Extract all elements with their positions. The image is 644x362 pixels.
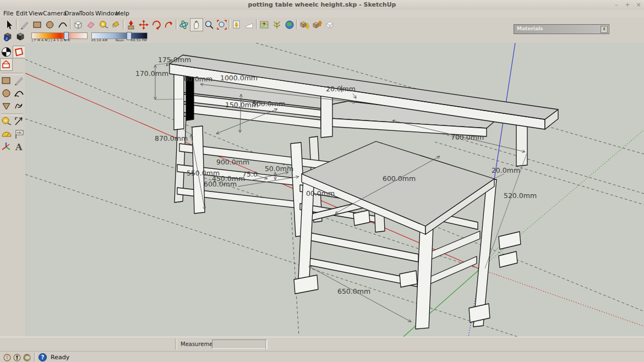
- protractor-icon: [1, 128, 12, 140]
- circle-tool-button[interactable]: [43, 18, 57, 31]
- select-tool-button[interactable]: [2, 18, 15, 31]
- dim-label-20-editing[interactable]: 20.0mm: [326, 85, 356, 93]
- palette-tape-measure-button[interactable]: [1, 116, 12, 127]
- measurements-bar: Measurements: [0, 337, 644, 352]
- move-icon: [138, 19, 149, 30]
- rectangle-tool-button[interactable]: [31, 18, 44, 31]
- palette-text-button[interactable]: ABC: [13, 128, 25, 140]
- menu-help[interactable]: Help: [114, 10, 131, 18]
- move-tool-button[interactable]: [137, 18, 150, 31]
- dim-label-600-top: 600.0mm: [383, 174, 416, 183]
- rotate-tool-button[interactable]: [150, 18, 163, 31]
- month-slider-labels: J F M A M J J A S O N D: [32, 39, 70, 42]
- push-pull-icon: [125, 19, 137, 30]
- dim-label-20-right: 20.0mm: [492, 166, 520, 174]
- compass-icon: [1, 46, 12, 58]
- palette-polygon-button[interactable]: [1, 100, 12, 112]
- close-button[interactable]: ×: [634, 1, 643, 9]
- shadow-dialog-icon: i: [2, 31, 13, 42]
- dim-label-500: 500.0mm: [252, 100, 285, 108]
- pencil-icon: [19, 19, 30, 30]
- minimize-button[interactable]: –: [612, 1, 621, 9]
- 3d-text-icon: A: [13, 141, 25, 152]
- add-location-button[interactable]: [258, 18, 271, 31]
- palette-protractor-button[interactable]: [1, 128, 12, 140]
- measurements-input[interactable]: [212, 339, 267, 349]
- line-tool-button[interactable]: [18, 18, 31, 31]
- paint-bucket-button[interactable]: [110, 18, 123, 31]
- arc-icon: [57, 19, 68, 30]
- credit-status-icon[interactable]: [13, 353, 21, 362]
- section-plane-button[interactable]: [13, 46, 25, 58]
- svg-text:A: A: [15, 142, 23, 152]
- zoom-extents-button[interactable]: [215, 18, 228, 31]
- dim-label-600-left: 600.0mm: [204, 180, 237, 188]
- share-model-button[interactable]: [310, 18, 324, 31]
- rotate-icon: [151, 19, 162, 30]
- orbit-tool-button[interactable]: [177, 18, 190, 31]
- tape-measure-button[interactable]: [97, 18, 110, 31]
- photo-textures-button[interactable]: [283, 18, 296, 31]
- eraser-icon: [85, 19, 96, 30]
- dim-label-870: 870.0mm: [155, 134, 188, 142]
- palette-arc-button[interactable]: [13, 87, 25, 99]
- dim-label-1000: 1000.0mm: [220, 74, 258, 82]
- eraser-tool-button[interactable]: [84, 18, 97, 31]
- offset-tool-button[interactable]: [162, 18, 176, 31]
- sketchup-window: potting table wheelc height.skp - Sketch…: [0, 0, 644, 362]
- palette-freehand-button[interactable]: [13, 100, 25, 112]
- arc-tool-button[interactable]: [56, 18, 69, 31]
- geolocation-status-icon[interactable]: [3, 353, 11, 362]
- pan-tool-button[interactable]: [190, 18, 203, 31]
- dim-edit-prefix: 20.0: [326, 85, 341, 93]
- time-noon-label: Noon: [116, 39, 124, 42]
- get-models-button[interactable]: [298, 18, 311, 31]
- dim-label-500-partial: 00.0mm: [306, 189, 335, 198]
- palette-axes-button[interactable]: [1, 141, 12, 152]
- materials-close-button[interactable]: x: [601, 26, 608, 33]
- circle-icon: [45, 19, 56, 30]
- zoom-tool-button[interactable]: [203, 18, 216, 31]
- menu-file[interactable]: File: [2, 10, 15, 18]
- signin-status-icon[interactable]: [23, 353, 31, 362]
- palette-line-button[interactable]: [13, 75, 25, 86]
- axes-icon: [1, 141, 12, 152]
- palette-rectangle-button[interactable]: [1, 75, 12, 86]
- zoom-extents-icon: [216, 19, 227, 30]
- make-component-button[interactable]: [72, 18, 85, 31]
- menu-bar: File Edit View Camera Draw Tools Window …: [0, 10, 644, 18]
- rectangle-icon: [32, 19, 43, 30]
- arc-icon: [13, 87, 25, 99]
- bar-separator: [175, 339, 177, 350]
- time-end-label: 06:50 PM: [131, 39, 147, 42]
- materials-panel[interactable]: Materials x: [514, 24, 609, 34]
- status-bar: ? Ready: [0, 351, 644, 362]
- model-viewport[interactable]: 175.0mm 170.0mm 00.0mm 1000.0mm 20.0mm 1…: [25, 43, 644, 337]
- extension-warehouse-button[interactable]: [323, 18, 336, 31]
- dim-label-900: 900.0mm: [216, 158, 249, 166]
- look-around-button[interactable]: [243, 18, 256, 31]
- paint-bucket-icon: [111, 19, 122, 30]
- palette-3d-text-button[interactable]: A: [13, 141, 25, 152]
- push-pull-button[interactable]: [124, 18, 138, 31]
- map-pin-icon: [259, 19, 270, 30]
- palette-dimension-button[interactable]: [13, 116, 25, 127]
- shadow-toggle-button[interactable]: [15, 31, 27, 42]
- palette-circle-button[interactable]: [1, 87, 12, 99]
- shadow-cube-icon: [15, 31, 26, 42]
- help-icon[interactable]: ?: [39, 353, 47, 362]
- rectangle-icon: [1, 75, 12, 86]
- maximize-button[interactable]: +: [623, 1, 632, 9]
- toggle-terrain-button[interactable]: [270, 18, 283, 31]
- dim-label-175: 175.0mm: [158, 56, 191, 64]
- bar-separator: [34, 353, 36, 361]
- svg-text:?: ?: [41, 354, 45, 360]
- section-cut-icon: [1, 59, 12, 70]
- shadow-settings-button[interactable]: i: [2, 31, 14, 42]
- time-start-label: 05:18 AM: [91, 39, 107, 42]
- dim-label-50: 50.0mm: [265, 164, 293, 173]
- compass-tool-button[interactable]: [1, 46, 12, 58]
- previous-view-button[interactable]: [230, 18, 243, 31]
- section-cut-button[interactable]: [0, 58, 13, 71]
- materials-panel-title: Materials: [517, 26, 543, 31]
